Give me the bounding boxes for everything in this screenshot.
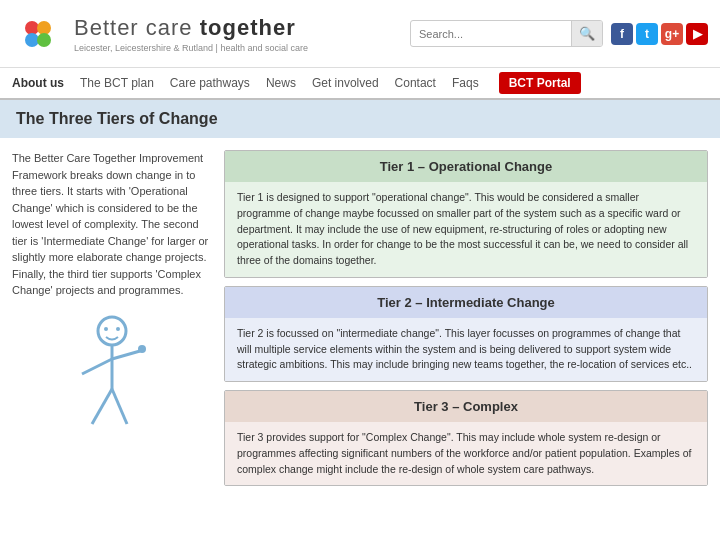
svg-line-12 xyxy=(112,389,127,424)
main-content: The Better Care Together Improvement Fra… xyxy=(0,138,720,498)
nav-news[interactable]: News xyxy=(266,68,296,98)
search-button[interactable]: 🔍 xyxy=(571,21,602,46)
nav-bct-plan[interactable]: The BCT plan xyxy=(80,68,154,98)
logo-subtitle: Leicester, Leicestershire & Rutland | he… xyxy=(74,43,308,53)
tier1-box: Tier 1 – Operational Change Tier 1 is de… xyxy=(224,150,708,278)
tier3-header: Tier 3 – Complex xyxy=(225,391,707,422)
search-input[interactable] xyxy=(411,23,571,45)
tier3-box: Tier 3 – Complex Tier 3 provides support… xyxy=(224,390,708,486)
logo-title-part2: together xyxy=(200,15,296,40)
facebook-icon[interactable]: f xyxy=(611,23,633,45)
svg-point-4 xyxy=(98,317,126,345)
logo-text: Better care together Leicester, Leiceste… xyxy=(74,15,308,53)
navigation: About us The BCT plan Care pathways News… xyxy=(0,68,720,100)
nav-bct-portal[interactable]: BCT Portal xyxy=(499,72,581,94)
nav-about-us[interactable]: About us xyxy=(12,68,64,98)
stick-figure-illustration xyxy=(62,309,162,439)
svg-point-1 xyxy=(37,21,51,35)
nav-contact[interactable]: Contact xyxy=(395,68,436,98)
tier1-body: Tier 1 is designed to support "operation… xyxy=(225,182,707,277)
youtube-icon[interactable]: ▶ xyxy=(686,23,708,45)
logo-title: Better care together xyxy=(74,15,308,41)
logo-title-part1: Better care xyxy=(74,15,200,40)
logo-icon xyxy=(12,8,64,60)
right-panel: Tier 1 – Operational Change Tier 1 is de… xyxy=(224,150,708,486)
header: Better care together Leicester, Leiceste… xyxy=(0,0,720,68)
tier1-header: Tier 1 – Operational Change xyxy=(225,151,707,182)
nav-get-involved[interactable]: Get involved xyxy=(312,68,379,98)
header-right: 🔍 f t g+ ▶ xyxy=(410,20,708,47)
svg-point-0 xyxy=(25,21,39,35)
svg-line-11 xyxy=(92,389,112,424)
page-title: The Three Tiers of Change xyxy=(16,110,704,128)
tier3-body: Tier 3 provides support for "Complex Cha… xyxy=(225,422,707,485)
intro-text: The Better Care Together Improvement Fra… xyxy=(12,150,212,299)
page-title-bar: The Three Tiers of Change xyxy=(0,100,720,138)
svg-point-10 xyxy=(138,345,146,353)
tier2-body: Tier 2 is focussed on "intermediate chan… xyxy=(225,318,707,381)
nav-care-pathways[interactable]: Care pathways xyxy=(170,68,250,98)
twitter-icon[interactable]: t xyxy=(636,23,658,45)
left-panel: The Better Care Together Improvement Fra… xyxy=(12,150,212,486)
svg-point-6 xyxy=(116,327,120,331)
tier2-box: Tier 2 – Intermediate Change Tier 2 is f… xyxy=(224,286,708,382)
googleplus-icon[interactable]: g+ xyxy=(661,23,683,45)
svg-point-3 xyxy=(37,33,51,47)
svg-point-5 xyxy=(104,327,108,331)
svg-line-8 xyxy=(82,359,112,374)
social-icons: f t g+ ▶ xyxy=(611,23,708,45)
nav-faqs[interactable]: Faqs xyxy=(452,68,479,98)
svg-line-9 xyxy=(112,351,140,359)
svg-point-2 xyxy=(25,33,39,47)
tier2-header: Tier 2 – Intermediate Change xyxy=(225,287,707,318)
search-box[interactable]: 🔍 xyxy=(410,20,603,47)
